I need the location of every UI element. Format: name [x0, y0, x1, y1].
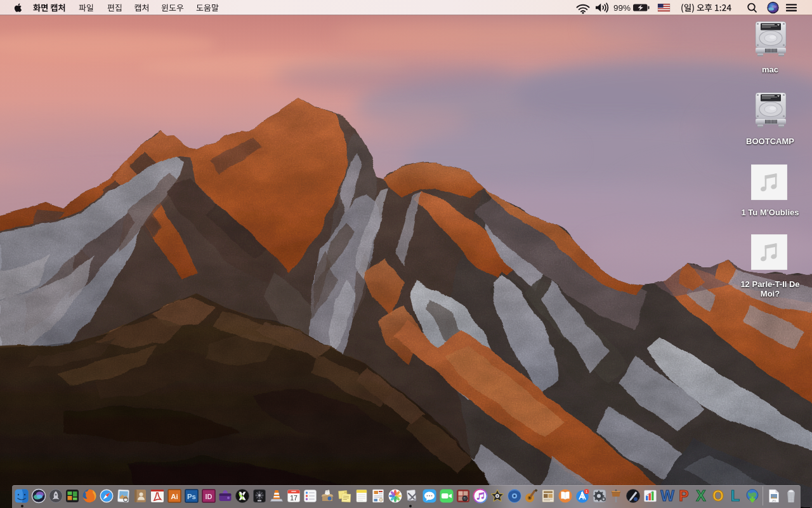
svg-text:P: P	[679, 488, 689, 504]
svg-text:X: X	[697, 488, 707, 504]
svg-text:O: O	[712, 488, 724, 504]
svg-text:W: W	[660, 488, 674, 504]
svg-text:Ai: Ai	[171, 493, 178, 500]
svg-text:99%: 99%	[613, 3, 631, 13]
svg-text:ID: ID	[205, 493, 212, 500]
svg-text:L: L	[731, 488, 740, 504]
svg-text:JPG: JPG	[772, 500, 776, 502]
svg-text:Plan: Plan	[344, 491, 348, 493]
svg-text:17: 17	[290, 494, 298, 502]
svg-text:Ps: Ps	[187, 493, 196, 500]
svg-text:1: 1	[586, 490, 587, 493]
